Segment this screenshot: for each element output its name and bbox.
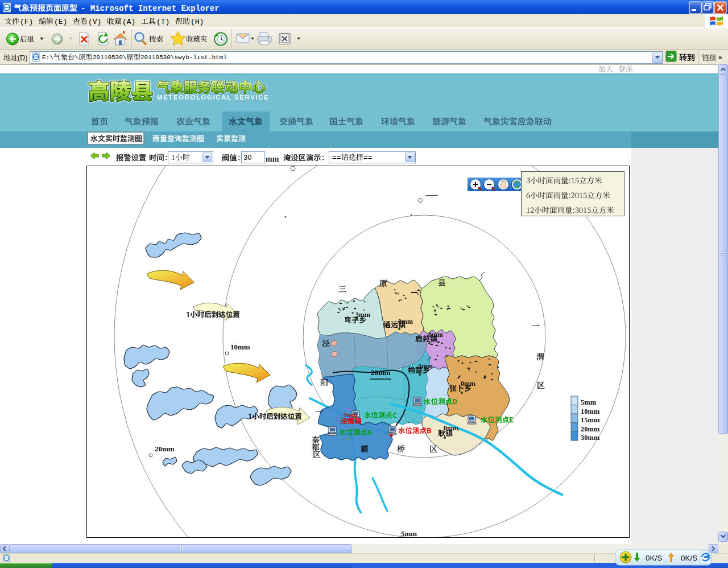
svg-text:0mm: 0mm <box>461 380 475 388</box>
svg-text:E:\: E:\ <box>42 54 53 61</box>
svg-text:(D): (D) <box>18 54 27 62</box>
svg-text:(E): (E) <box>54 18 67 26</box>
svg-text:0mm: 0mm <box>398 318 413 326</box>
svg-text:10mm: 10mm <box>581 408 600 415</box>
svg-text:==: == <box>332 154 341 162</box>
svg-text:(H): (H) <box>191 18 204 26</box>
svg-text:20110530\swyb-list.html: 20110530\swyb-list.html <box>140 54 227 61</box>
svg-text:5mm: 5mm <box>581 398 597 406</box>
svg-text::: : <box>165 153 167 162</box>
svg-text:5mm: 5mm <box>401 529 417 538</box>
svg-text:0K/S: 0K/S <box>681 554 697 562</box>
svg-text:(A): (A) <box>122 18 135 26</box>
svg-text:20mm: 20mm <box>581 425 600 433</box>
svg-text::: : <box>238 153 240 162</box>
svg-text:20110530\: 20110530\ <box>93 54 126 61</box>
svg-text:\: \ <box>75 54 78 61</box>
svg-text:10mm: 10mm <box>230 343 250 351</box>
svg-text:30mm: 30mm <box>581 434 600 442</box>
svg-text:30: 30 <box>243 153 251 162</box>
svg-text:3mm: 3mm <box>344 411 357 418</box>
svg-text::: : <box>322 153 324 162</box>
svg-text:(V): (V) <box>88 18 101 26</box>
svg-text:20mm: 20mm <box>371 368 391 377</box>
svg-text:»: » <box>718 53 722 61</box>
svg-text:15mm: 15mm <box>581 416 600 424</box>
svg-text:(F): (F) <box>20 18 33 26</box>
svg-text:mm: mm <box>266 155 279 163</box>
svg-text:METEOROLOGICAL SERVICE: METEOROLOGICAL SERVICE <box>157 94 269 101</box>
svg-text:- Microsoft Internet Explorer: - Microsoft Internet Explorer <box>81 4 220 13</box>
svg-text:0K/S: 0K/S <box>646 554 662 562</box>
svg-text:20mm: 20mm <box>155 444 175 453</box>
svg-text:==: == <box>363 154 373 162</box>
svg-text:(T): (T) <box>156 18 169 26</box>
